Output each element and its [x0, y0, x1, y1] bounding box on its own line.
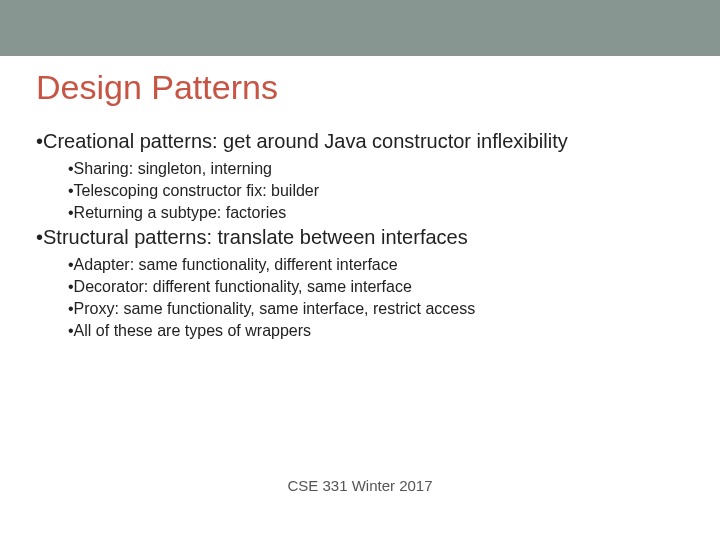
bullet-icon: •	[36, 225, 43, 249]
section-heading: •Creational patterns: get around Java co…	[36, 129, 684, 153]
slide-title: Design Patterns	[36, 68, 684, 107]
list-item-text: Returning a subtype: factories	[74, 204, 287, 221]
list-item: •Returning a subtype: factories	[36, 203, 684, 223]
list-item: •Decorator: different functionality, sam…	[36, 277, 684, 297]
list-item-text: Sharing: singleton, interning	[74, 160, 272, 177]
list-item: •Telescoping constructor fix: builder	[36, 181, 684, 201]
list-item: •Adapter: same functionality, different …	[36, 255, 684, 275]
list-item-text: Decorator: different functionality, same…	[74, 278, 412, 295]
slide-footer: CSE 331 Winter 2017	[0, 477, 720, 494]
list-item-text: Adapter: same functionality, different i…	[74, 256, 398, 273]
list-item-text: Proxy: same functionality, same interfac…	[74, 300, 476, 317]
list-item: •Proxy: same functionality, same interfa…	[36, 299, 684, 319]
section-heading-text: Creational patterns: get around Java con…	[43, 130, 568, 152]
list-item: •Sharing: singleton, interning	[36, 159, 684, 179]
list-item: •All of these are types of wrappers	[36, 321, 684, 341]
bullet-icon: •	[36, 129, 43, 153]
section-heading-text: Structural patterns: translate between i…	[43, 226, 468, 248]
top-bar	[0, 0, 720, 56]
list-item-text: Telescoping constructor fix: builder	[74, 182, 319, 199]
section-heading: •Structural patterns: translate between …	[36, 225, 684, 249]
slide-content: Design Patterns •Creational patterns: ge…	[0, 56, 720, 341]
list-item-text: All of these are types of wrappers	[74, 322, 311, 339]
